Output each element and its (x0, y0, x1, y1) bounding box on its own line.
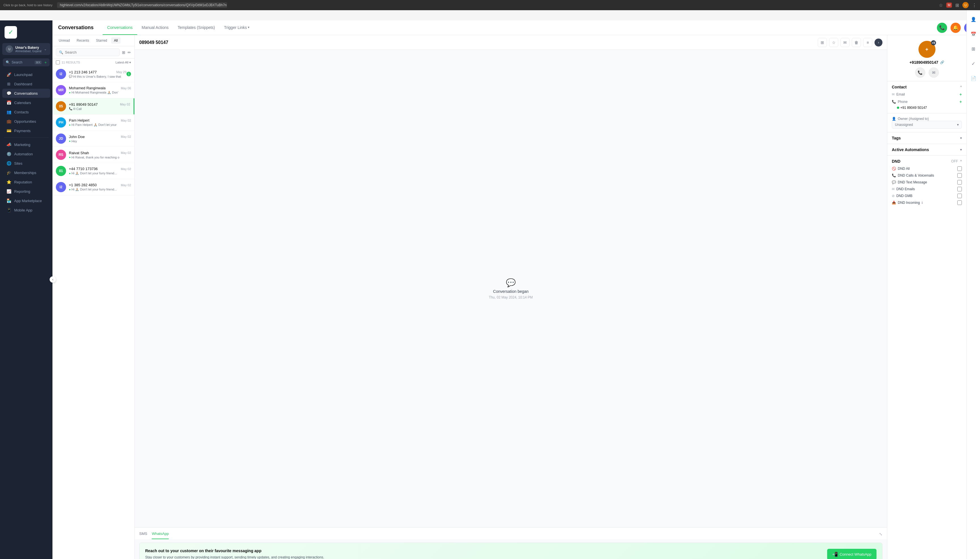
sidebar-item-memberships[interactable]: 🎓 Memberships (2, 168, 50, 177)
sidebar-item-reporting[interactable]: 📈 Reporting (2, 187, 50, 196)
browser-url[interactable]: highlevel.com/v2/location/Ab8nWqUWNZGMbL… (57, 2, 227, 8)
sidebar-item-app-marketplace[interactable]: 🏪 App Marketplace (2, 196, 50, 205)
conv-tab-unread[interactable]: Unread (56, 37, 73, 44)
conv-tab-all[interactable]: All (111, 37, 121, 44)
list-item[interactable]: RS Raivat Shah May 02 ● Hi Raivat, thank… (53, 147, 134, 163)
filter-button[interactable]: ≡ (863, 38, 872, 47)
sidebar-item-label: Calendars (14, 101, 31, 105)
sidebar-item-dashboard[interactable]: ⊞ Dashboard (2, 79, 50, 88)
sidebar-item-label: Sites (14, 161, 22, 165)
tab-sms[interactable]: SMS (139, 531, 147, 539)
list-item[interactable]: PH Pam Helpert May 02 ● Hi Pam Helpert 🙏… (53, 114, 134, 131)
sidebar-collapse-button[interactable]: ‹ (50, 276, 56, 283)
add-icon[interactable]: + (45, 60, 47, 64)
email-contact-button[interactable]: ✉ (929, 68, 939, 78)
section-title: Active Automations (892, 147, 929, 152)
add-phone-button[interactable]: + (960, 99, 962, 104)
whatsapp-btn-label: Connect WhatsApp (839, 552, 871, 556)
sidebar-item-label: Conversations (14, 91, 38, 96)
extension-icon[interactable]: M (946, 3, 952, 8)
expand-button[interactable]: › (874, 38, 882, 46)
section-title: Tags (892, 136, 901, 140)
automations-section-header[interactable]: Active Automations ▾ (892, 147, 962, 152)
call-button[interactable]: 📞 (937, 23, 947, 33)
conv-list-sort[interactable]: Latest-All ▾ (116, 61, 131, 64)
dnd-incoming-checkbox[interactable] (957, 200, 962, 205)
tasks-right-icon[interactable]: ✓ (969, 59, 978, 68)
avatar-badge: +9 (931, 40, 936, 45)
star-button[interactable]: ☆ (829, 38, 838, 47)
add-email-button[interactable]: + (960, 92, 962, 97)
sidebar-item-sites[interactable]: 🌐 Sites (2, 159, 50, 168)
sidebar-item-opportunities[interactable]: 💼 Opportunities (2, 117, 50, 126)
sidebar-item-payments[interactable]: 💳 Payments (2, 126, 50, 135)
info-icon[interactable]: ℹ (922, 201, 923, 205)
sidebar-item-reputation[interactable]: ⭐ Reputation (2, 177, 50, 187)
email-button[interactable]: ✉ (841, 38, 849, 47)
dnd-text-checkbox[interactable] (957, 180, 962, 185)
conv-tab-recents[interactable]: Recents (74, 37, 92, 44)
list-item[interactable]: JD John Doe May 02 ● Hey (53, 131, 134, 147)
extensions-icon[interactable]: ⊞ (955, 3, 959, 8)
tab-templates[interactable]: Templates (Snippets) (173, 20, 220, 35)
list-item[interactable]: 01 +44 7710 173736 May 02 ● Hi 🙏🏼 Don't … (53, 163, 134, 179)
sidebar-search[interactable]: 🔍 Search ⌘K + (3, 58, 50, 66)
sidebar-item-launchpad[interactable]: 🚀 Launchpad (2, 70, 50, 79)
sidebar-item-conversations[interactable]: 💬 Conversations (2, 89, 50, 98)
expand-icon[interactable]: ⤡ (879, 532, 882, 539)
filter-icon[interactable]: ⊞ (122, 50, 125, 55)
profile-icon[interactable]: U (962, 2, 968, 8)
whatsapp-icon: ● (69, 188, 71, 191)
conv-info: Pam Helpert May 02 ● Hi Pam Helpert 🙏🏼 D… (69, 118, 131, 127)
tab-label: Recents (76, 38, 89, 43)
sidebar-item-automation[interactable]: ⚙️ Automation (2, 149, 50, 159)
sidebar-item-calendars[interactable]: 📅 Calendars (2, 98, 50, 107)
bookmark-icon[interactable]: ☆ (939, 3, 943, 8)
list-item[interactable]: I2 +1 385 282 4850 May 02 ● Hi 🙏🏼 Don't … (53, 179, 134, 195)
notifications-button[interactable]: 🔔 (950, 23, 961, 33)
conv-time: May 06 (121, 86, 131, 90)
chevron-up-icon[interactable]: ^ (960, 159, 962, 163)
conv-name: Raivat Shah (69, 151, 89, 155)
sidebar-item-label: Launchpad (14, 73, 32, 77)
tab-whatsapp[interactable]: WhatsApp (152, 531, 169, 539)
delete-button[interactable]: 🗑 (852, 38, 861, 47)
dnd-all-checkbox[interactable] (957, 166, 962, 171)
contact-section-header[interactable]: Contact ^ (892, 85, 962, 89)
sidebar-account[interactable]: U Umar's Bakery Ahmedabad, Gujarat ⌄ (2, 43, 50, 55)
call-contact-button[interactable]: 📞 (915, 68, 925, 78)
avatar: PH (56, 117, 66, 127)
external-link-icon[interactable]: 🔗 (940, 60, 944, 64)
tab-manual-actions[interactable]: Manual Actions (137, 20, 173, 35)
merge-button[interactable]: ⊞ (818, 38, 827, 47)
sidebar-item-label: Reputation (14, 180, 32, 184)
owner-select[interactable]: Unassigned ▾ (892, 121, 962, 129)
tags-section-header[interactable]: Tags ▾ (892, 136, 962, 140)
conv-search-input[interactable]: 🔍 (56, 48, 120, 56)
tab-conversations[interactable]: Conversations (103, 20, 137, 35)
owner-section-header[interactable]: 👤 Owner (Assigned to) (892, 117, 962, 121)
sidebar-item-mobile-app[interactable]: 📱 Mobile App (2, 205, 50, 215)
message-type-tabs: SMS WhatsApp ⤡ (135, 527, 887, 539)
select-all-checkbox[interactable] (56, 60, 60, 64)
sidebar-item-contacts[interactable]: 👥 Contacts (2, 108, 50, 116)
connect-whatsapp-button[interactable]: 📲 Connect WhatsApp (827, 549, 876, 559)
sidebar-item-label: App Marketplace (14, 199, 42, 203)
chevron-down-icon: ▾ (957, 123, 959, 127)
memberships-icon: 🎓 (6, 170, 12, 175)
dnd-gmb-checkbox[interactable] (957, 194, 962, 198)
edit-icon[interactable]: ✏ (127, 50, 131, 55)
calendar-right-icon[interactable]: 📅 (969, 35, 978, 38)
search-field[interactable] (65, 50, 116, 55)
list-item[interactable]: 05 +91 89049 50147 May 02 📞 ⊟ Call (53, 98, 134, 114)
list-item[interactable]: MR Mohamed Ranginwala May 06 ● Hi Mohame… (53, 82, 134, 98)
list-item[interactable]: I2 +1 213 246 1477 May 29 💬 Hi this is U… (53, 66, 134, 82)
conv-tab-starred[interactable]: Starred (93, 37, 110, 44)
dnd-emails-checkbox[interactable] (957, 187, 962, 191)
menu-icon[interactable]: ⋮ (972, 3, 977, 8)
sidebar-item-marketing[interactable]: 📣 Marketing (2, 140, 50, 149)
tab-trigger-links[interactable]: Trigger Links ▾ (220, 20, 254, 35)
apps-right-icon[interactable]: ⊞ (969, 44, 978, 53)
notes-right-icon[interactable]: 📄 (969, 74, 978, 83)
dnd-calls-checkbox[interactable] (957, 173, 962, 178)
